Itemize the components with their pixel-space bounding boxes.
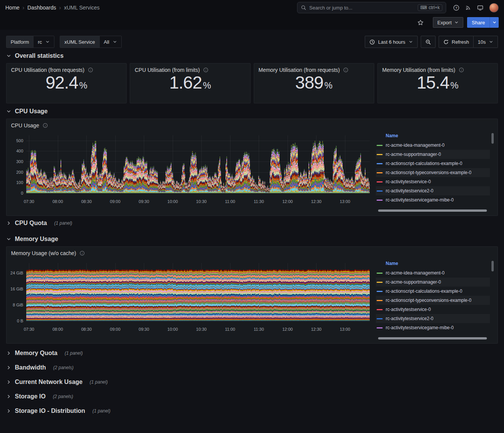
breadcrumb-home[interactable]: Home [5,5,19,11]
series-color-chip [377,200,383,201]
section-memory-usage[interactable]: Memory Usage [6,232,498,246]
section-panel-count: (1 panel) [90,379,108,385]
info-icon[interactable]: i [459,67,464,73]
section-storage-io-distribution[interactable]: Storage IO - Distribution (1 panel) [6,404,498,418]
monitor-icon[interactable] [477,5,483,11]
section-memory-quota[interactable]: Memory Quota (1 panel) [6,346,498,360]
y-axis-labels: 0100200300400500 [9,132,25,197]
series-name: rc-actionscript-calculations-example-0 [386,289,462,294]
legend-name-column-header[interactable]: Name [376,130,490,141]
info-icon[interactable]: i [203,67,208,73]
stat-value: 92.4 [46,73,78,92]
series-color-chip [377,145,383,146]
series-name: rc-activitytestservicegame-mibe-0 [386,325,454,330]
legend-row[interactable]: rc-acme-supportmanager-0 [376,150,490,159]
legend-row[interactable]: rc-activitytestservice2-0 [376,186,490,195]
x-tick-label: 10:30 [196,327,207,331]
series-color-chip [377,282,383,283]
zoom-out-button[interactable] [421,36,436,48]
legend-row[interactable]: rc-actionscript-typeconversions-example-… [376,168,490,177]
search-input[interactable]: Search or jump to... ⌨ ctrl+k [297,2,446,13]
export-button[interactable]: Export [433,17,464,28]
platform-variable-label: Platform [6,36,33,48]
breadcrumb-separator: › [59,5,61,11]
legend-row[interactable]: rc-acme-idea-management-0 [376,268,490,278]
legend-row[interactable]: rc-acme-supportmanager-0 [376,278,490,287]
section-panel-count: (2 panels) [53,394,73,399]
legend-horizontal-scrollbar[interactable] [378,209,487,212]
section-current-network-usage[interactable]: Current Network Usage (1 panel) [6,375,498,389]
cpu-usage-chart[interactable] [26,132,370,197]
section-title: Storage IO [15,393,46,400]
stat-value: 389 [295,73,323,92]
x-tick-label: 13:00 [340,327,350,331]
breadcrumb-dashboards[interactable]: Dashboards [27,5,56,11]
y-tick-label: 500 [16,138,23,143]
section-bandwidth[interactable]: Bandwidth (2 panels) [6,360,498,375]
section-cpu-usage[interactable]: CPU Usage [6,104,498,119]
section-overall-statistics[interactable]: Overall statistics [6,49,498,63]
panel-title[interactable]: Memory Usage (w/o cache) [11,250,76,256]
info-icon[interactable]: i [43,123,48,128]
refresh-icon [443,39,449,45]
memory-usage-plot-area: 0 B8 GiB16 GiB24 GiB 07:3008:0008:3009:0… [9,258,370,341]
share-split-button: Share [467,17,499,28]
legend-vertical-scrollbar[interactable] [491,133,494,144]
stat-panel-memory-limits: Memory Utilisation (from limits) i 15.4 … [377,63,498,103]
cpu-legend-table: Name rc-acme-idea-management-0rc-acme-su… [374,130,495,213]
svg-text:?: ? [455,6,457,10]
refresh-button[interactable]: Refresh [439,36,474,48]
info-icon[interactable]: i [343,67,348,73]
section-cpu-quota[interactable]: CPU Quota (1 panel) [6,216,498,230]
time-range-picker[interactable]: Last 6 hours [365,36,418,48]
legend-row[interactable]: rc-actionscript-typeconversions-example-… [376,296,490,305]
info-icon[interactable]: i [79,251,85,256]
stat-panels-row: CPU Utilisation (from requests) i 92.4 %… [6,63,498,103]
x-tick-label: 09:30 [139,199,149,204]
refresh-interval-value: 10s [478,39,486,45]
y-tick-label: 16 GiB [10,287,23,291]
legend-vertical-scrollbar[interactable] [491,261,494,271]
legend-row[interactable]: rc-activitytestservicegame-mibe-0 [376,323,490,332]
stat-panel-memory-requests: Memory Utilisation (from requests) i 389… [254,63,374,103]
panel-title[interactable]: CPU Usage [11,122,39,128]
legend-rows: rc-acme-idea-management-0rc-acme-support… [376,141,490,205]
svg-text:i: i [461,68,462,72]
search-shortcut-label: ctrl+k [429,5,440,10]
svg-text:i: i [346,68,347,72]
user-avatar[interactable] [489,3,499,13]
info-icon[interactable]: i [88,67,93,73]
legend-row[interactable]: rc-activitytestservice2-0 [376,314,490,323]
share-button[interactable]: Share [467,17,490,28]
x-tick-label: 07:30 [24,327,34,331]
svg-text:i: i [45,124,46,127]
share-options-caret[interactable] [490,17,499,28]
platform-variable-dropdown[interactable]: Platform rc [6,36,54,48]
filter-row: Platform rc xUML Service All Last 6 hour… [6,36,498,48]
help-icon[interactable]: ? [453,5,459,11]
legend-name-column-header[interactable]: Name [376,258,490,268]
xuml-service-variable-dropdown[interactable]: xUML Service All [60,36,122,48]
legend-row[interactable]: rc-activitytestservice-0 [376,177,490,186]
legend-row[interactable]: rc-acme-idea-management-0 [376,141,490,150]
export-button-label: Export [437,20,452,25]
share-button-label: Share [472,20,485,25]
legend-row[interactable]: rc-actionscript-calculations-example-0 [376,287,490,296]
x-tick-label: 13:00 [340,199,350,204]
favorite-star-icon[interactable] [417,19,424,26]
legend-row[interactable]: rc-actionscript-calculations-example-0 [376,159,490,168]
legend-row[interactable]: rc-activitytestservice-0 [376,305,490,314]
series-name: rc-acme-supportmanager-0 [386,152,441,157]
refresh-interval-dropdown[interactable]: 10s [474,36,498,48]
x-tick-label: 12:30 [311,199,322,204]
legend-row[interactable]: rc-activitytestservicegame-mibe-0 [376,195,490,205]
nav-icon-group: ? [453,3,499,13]
y-tick-label: 0 [21,191,23,195]
x-axis-labels: 07:3008:0008:3009:0009:3010:0010:3011:00… [9,199,370,205]
section-storage-io[interactable]: Storage IO (2 panels) [6,389,498,404]
memory-usage-chart[interactable] [26,260,370,325]
legend-horizontal-scrollbar[interactable] [378,337,487,339]
section-title: Memory Usage [15,236,58,243]
news-rss-icon[interactable] [465,5,471,11]
y-tick-label: 400 [16,149,23,153]
